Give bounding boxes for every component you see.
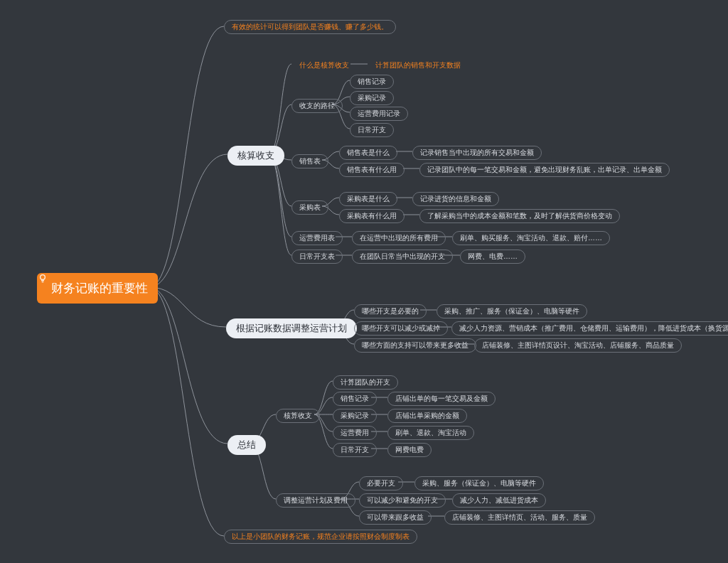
b3-r2q[interactable]: 哪些开支可以减少或减掉 xyxy=(354,321,448,336)
b4-s2-i0d[interactable]: 采购、服务（保证金）、电脑等硬件 xyxy=(414,476,544,490)
b4-s1-i2[interactable]: 采购记录 xyxy=(333,409,377,423)
svg-point-0 xyxy=(41,275,46,280)
b2-a4-r1a[interactable]: 记录进货的信息和金额 xyxy=(412,192,499,206)
b2-a4-r2a[interactable]: 了解采购当中的成本金额和笔数，及时了解供货商价格变动 xyxy=(419,209,620,223)
b2-a5-q[interactable]: 在运营中出现的所有费用 xyxy=(352,231,446,245)
b2-a6-q[interactable]: 在团队日常当中出现的开支 xyxy=(352,250,453,264)
b4-s1-i4d[interactable]: 网费电费 xyxy=(387,443,432,457)
b2-a2-i1[interactable]: 采购记录 xyxy=(350,91,394,105)
b2-a3[interactable]: 销售表 xyxy=(291,154,328,168)
b2-a2-i3[interactable]: 日常开支 xyxy=(350,123,394,137)
b3-r2a[interactable]: 减少人力资源、营销成本（推广费用、仓储费用、运输费用），降低进货成本（换货源或和… xyxy=(451,321,728,336)
b2-a3-r2q[interactable]: 销售表有什么用 xyxy=(339,163,405,177)
b2-a1-q[interactable]: 什么是核算收支 xyxy=(291,58,357,73)
branch-1[interactable]: 有效的统计可以得到团队是否赚钱、赚了多少钱。 xyxy=(224,20,396,34)
b4-s1[interactable]: 核算收支 xyxy=(276,409,320,423)
branch-4[interactable]: 总结 xyxy=(228,435,266,455)
b2-a6-a[interactable]: 网费、电费…… xyxy=(460,250,525,264)
b4-s2-i1[interactable]: 可以减少和避免的开支 xyxy=(359,493,446,508)
b2-a5[interactable]: 运营费用表 xyxy=(291,231,343,245)
b4-s1-i3d[interactable]: 刷单、退款、淘宝活动 xyxy=(387,426,474,440)
b2-a1-a[interactable]: 计算团队的销售和开支数据 xyxy=(368,58,469,73)
b4-s1-i3[interactable]: 运营费用 xyxy=(333,426,377,440)
root-label: 财务记账的重要性 xyxy=(51,280,148,296)
branch-2[interactable]: 核算收支 xyxy=(228,146,284,166)
b4-s1-i1d[interactable]: 店铺出单的每一笔交易及金额 xyxy=(387,392,496,406)
b4-s1-i2d[interactable]: 店铺出单采购的金额 xyxy=(387,409,467,423)
b2-a5-a[interactable]: 刷单、购买服务、淘宝活动、退款、赔付…… xyxy=(452,231,610,245)
b3-r1q[interactable]: 哪些开支是必要的 xyxy=(354,304,427,318)
b4-s2-i2d[interactable]: 店铺装修、主图详情页、活动、服务、质量 xyxy=(444,510,595,525)
b4-s1-i0[interactable]: 计算团队的开支 xyxy=(333,375,398,390)
b2-a3-r1a[interactable]: 记录销售当中出现的所有交易和金额 xyxy=(412,146,542,160)
b2-a4-r2q[interactable]: 采购表有什么用 xyxy=(339,209,405,223)
b3-r1a[interactable]: 采购、推广、服务（保证金）、电脑等硬件 xyxy=(437,304,587,318)
root-topic[interactable]: 财务记账的重要性 xyxy=(37,273,158,304)
b3-r3a[interactable]: 店铺装修、主图详情页设计、淘宝活动、店铺服务、商品质量 xyxy=(474,338,682,353)
b2-a3-r1q[interactable]: 销售表是什么 xyxy=(339,146,397,160)
branch-3[interactable]: 根据记账数据调整运营计划 xyxy=(226,318,357,338)
branch-5[interactable]: 以上是小团队的财务记账，规范企业请按照财会制度制表 xyxy=(224,530,417,544)
b4-s1-i4[interactable]: 日常开支 xyxy=(333,443,377,457)
b2-a2[interactable]: 收支的路径 xyxy=(291,99,343,113)
b2-a2-i0[interactable]: 销售记录 xyxy=(350,75,394,89)
b4-s2-i0[interactable]: 必要开支 xyxy=(359,476,403,490)
b4-s1-i1[interactable]: 销售记录 xyxy=(333,392,377,406)
b4-s2-i1d[interactable]: 减少人力、减低进货成本 xyxy=(452,493,546,508)
b2-a4-r1q[interactable]: 采购表是什么 xyxy=(339,192,397,206)
b2-a4[interactable]: 采购表 xyxy=(291,200,328,215)
b2-a2-i2[interactable]: 运营费用记录 xyxy=(350,107,408,121)
b4-s2[interactable]: 调整运营计划及费用 xyxy=(276,493,355,508)
b2-a3-r2a[interactable]: 记录团队中的每一笔交易和金额，避免出现财务乱账，出单记录、出单金额 xyxy=(419,163,670,177)
b4-s2-i2[interactable]: 可以带来跟多收益 xyxy=(359,510,432,525)
b2-a6[interactable]: 日常开支表 xyxy=(291,250,343,264)
b3-r3q[interactable]: 哪些方面的支持可以带来更多收益 xyxy=(354,338,476,353)
